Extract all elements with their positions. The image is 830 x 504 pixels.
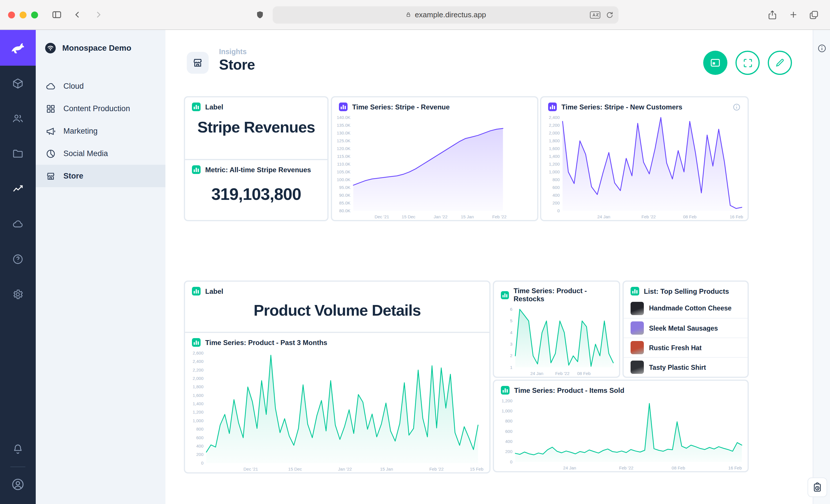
- sidebar-item-label: Social Media: [63, 149, 108, 158]
- svg-text:1,400: 1,400: [549, 154, 560, 159]
- panel-product-items-sold: Time Series: Product - Items Sold 1,2001…: [493, 379, 749, 472]
- svg-text:1,200: 1,200: [502, 398, 512, 403]
- megaphone-icon: [45, 126, 56, 136]
- product-thumbnail: [631, 302, 644, 315]
- svg-text:1,000: 1,000: [193, 418, 203, 423]
- svg-text:Feb '22: Feb '22: [555, 371, 570, 376]
- info-icon[interactable]: [733, 103, 741, 111]
- panel-type-icon: [192, 338, 200, 347]
- svg-text:400: 400: [552, 193, 560, 198]
- dashboard-nav: Cloud Content Production Marketing Socia…: [36, 75, 165, 187]
- bell-icon: [12, 443, 24, 455]
- app-body: Monospace Demo Cloud Content Production …: [0, 30, 830, 504]
- minimize-window-button[interactable]: [20, 11, 27, 18]
- sidebar-item-marketing[interactable]: Marketing: [36, 120, 165, 142]
- storefront-icon: [45, 171, 56, 181]
- breadcrumb[interactable]: Insights: [219, 48, 255, 56]
- svg-text:2,200: 2,200: [549, 123, 560, 128]
- product-past-3-months-chart: 2,6002,4002,2002,0001,8001,6001,4001,200…: [185, 349, 489, 472]
- plus-icon: [788, 10, 798, 20]
- svg-text:135.0K: 135.0K: [337, 123, 350, 128]
- close-window-button[interactable]: [8, 11, 15, 18]
- svg-text:1,000: 1,000: [502, 408, 512, 413]
- svg-text:08 Feb: 08 Feb: [577, 371, 591, 376]
- panel-type-icon: [192, 165, 200, 174]
- svg-text:2,000: 2,000: [549, 131, 560, 135]
- window-controls: [8, 11, 38, 18]
- edit-button[interactable]: [768, 51, 792, 75]
- product-name: Rustic Fresh Hat: [649, 344, 702, 351]
- help-icon: [12, 253, 24, 265]
- insights-dashboard: Insights Store Label: [165, 30, 813, 504]
- svg-text:Dec '21: Dec '21: [375, 214, 389, 219]
- sidebar-toggle-icon: [51, 9, 62, 20]
- notifications-button[interactable]: [0, 435, 36, 463]
- svg-text:800: 800: [552, 177, 560, 182]
- sidebar-item-store[interactable]: Store: [36, 165, 165, 187]
- svg-text:Feb '22: Feb '22: [619, 465, 634, 470]
- tab-overview-button[interactable]: [806, 7, 822, 23]
- back-button[interactable]: [69, 7, 85, 23]
- fullscreen-button[interactable]: [735, 51, 760, 75]
- svg-text:600: 600: [196, 435, 203, 440]
- panel-stripe-new-customers: Time Series: Stripe - New Customers 2,40…: [540, 96, 749, 221]
- panel-header: Metric: All-time Stripe Revenues: [205, 166, 311, 174]
- translate-icon[interactable]: [589, 11, 601, 19]
- svg-text:90.0K: 90.0K: [339, 193, 350, 198]
- svg-text:125.0K: 125.0K: [337, 138, 350, 143]
- svg-text:3: 3: [510, 342, 512, 346]
- share-button[interactable]: [764, 7, 780, 23]
- user-menu-button[interactable]: [0, 471, 36, 498]
- panel-header: Time Series: Product - Items Sold: [514, 386, 624, 394]
- svg-text:95.0K: 95.0K: [339, 185, 350, 190]
- metric-value: 319,103,800: [185, 185, 327, 204]
- stripe-revenue-chart: 140.0K135.0K130.0K125.0K120.0K115.0K110.…: [332, 114, 537, 220]
- svg-text:2,600: 2,600: [193, 350, 203, 356]
- svg-text:600: 600: [552, 185, 560, 190]
- right-sidebar-strip: [813, 30, 830, 504]
- svg-text:1,400: 1,400: [193, 401, 203, 406]
- sidebar-item-label: Store: [63, 172, 83, 180]
- module-users-button[interactable]: [0, 101, 36, 136]
- sidebar-item-social-media[interactable]: Social Media: [36, 142, 165, 165]
- panel-header: Time Series: Stripe - Revenue: [352, 103, 450, 111]
- storefront-icon: [192, 57, 203, 69]
- list-item: Tasty Plastic Shirt: [624, 357, 747, 377]
- svg-text:5: 5: [510, 318, 512, 323]
- svg-text:1,800: 1,800: [549, 138, 560, 143]
- lock-icon: [405, 11, 411, 19]
- module-settings-button[interactable]: [0, 276, 36, 312]
- reload-icon[interactable]: [605, 10, 614, 19]
- svg-text:Dec '21: Dec '21: [244, 467, 258, 471]
- module-files-button[interactable]: [0, 136, 36, 171]
- panel-header: Time Series: Stripe - New Customers: [562, 103, 682, 111]
- new-tab-button[interactable]: [785, 7, 801, 23]
- panel-type-icon: [548, 103, 557, 111]
- svg-text:200: 200: [552, 200, 560, 205]
- directus-logo[interactable]: [0, 30, 36, 66]
- pencil-icon: [775, 58, 785, 68]
- module-help-button[interactable]: [0, 241, 36, 276]
- activity-log-button[interactable]: [807, 477, 827, 497]
- module-collections-button[interactable]: [0, 66, 36, 101]
- zoom-window-button[interactable]: [31, 11, 38, 18]
- product-thumbnail: [631, 341, 644, 354]
- chevron-left-icon: [72, 10, 82, 20]
- info-drawer-button[interactable]: [817, 44, 826, 53]
- privacy-shield-button[interactable]: [252, 7, 268, 23]
- svg-text:15 Dec: 15 Dec: [402, 214, 416, 219]
- module-insights-button[interactable]: [0, 171, 36, 206]
- svg-text:24 Jan: 24 Jan: [563, 465, 576, 470]
- panel-header: Time Series: Product - Restocks: [514, 287, 612, 303]
- insights-icon: [12, 183, 24, 194]
- navigation-sidebar: Monospace Demo Cloud Content Production …: [36, 30, 165, 504]
- project-switcher[interactable]: Monospace Demo: [36, 30, 165, 66]
- forward-button[interactable]: [90, 7, 106, 23]
- module-cloud-button[interactable]: [0, 206, 36, 241]
- address-bar[interactable]: example.directus.app: [273, 6, 618, 23]
- sidebar-item-content-production[interactable]: Content Production: [36, 97, 165, 120]
- sidebar-toggle-button[interactable]: [49, 7, 65, 23]
- present-button[interactable]: [703, 51, 727, 75]
- sidebar-item-cloud[interactable]: Cloud: [36, 75, 165, 97]
- svg-text:130.0K: 130.0K: [337, 131, 350, 135]
